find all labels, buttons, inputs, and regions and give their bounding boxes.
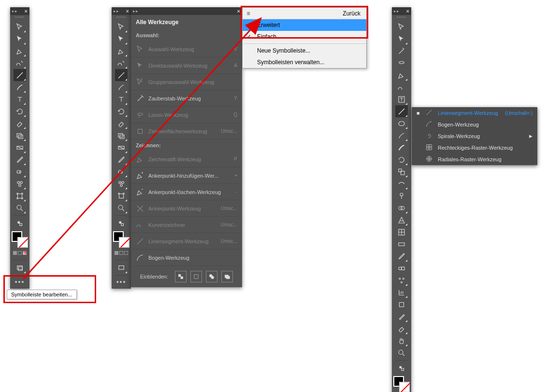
tool-row-zeichenflaeche[interactable]: ZeichenflächenwerkzeugUmsc... — [131, 123, 242, 140]
panel-header[interactable]: ▸▸× — [112, 7, 131, 15]
line-tool[interactable] — [14, 69, 26, 81]
panel-header[interactable]: ▸▸× — [131, 7, 242, 15]
fill-stroke-swatch[interactable] — [12, 231, 28, 248]
panel-header[interactable]: ▸▸× — [392, 7, 411, 15]
symbol-tool[interactable] — [395, 274, 408, 286]
menu-item-symbolleisten-verwalten[interactable]: Symbolleisten verwalten... — [243, 56, 366, 68]
direct-select-tool[interactable] — [14, 33, 26, 45]
flyout-item-spirale[interactable]: Spirale-Werkzeug▶ — [412, 130, 537, 142]
fill-stroke-toggle[interactable] — [395, 362, 408, 374]
slice-tool[interactable] — [395, 310, 408, 322]
scale-tool[interactable] — [395, 166, 408, 178]
tool-row-zauberstab[interactable]: Zauberstab-WerkzeugY — [131, 90, 242, 107]
tool-row-zeichenstift[interactable]: Zeichenstift-WerkzeugP — [131, 151, 242, 168]
show-btn-2[interactable] — [190, 271, 202, 282]
rotate-tool[interactable] — [395, 154, 408, 166]
panel-grip[interactable] — [392, 15, 411, 19]
line-tool[interactable] — [395, 105, 408, 117]
blend-tool[interactable] — [115, 166, 128, 178]
rotate-tool[interactable] — [14, 105, 26, 117]
direct-select-tool[interactable] — [395, 33, 408, 45]
panel-header[interactable]: ▸▸× — [10, 7, 29, 15]
curvature-tool[interactable] — [115, 57, 128, 69]
close-icon[interactable]: × — [126, 8, 129, 14]
blend-tool[interactable] — [395, 262, 408, 274]
menu-back-label[interactable]: Zurück — [343, 10, 366, 17]
wand-tool[interactable] — [395, 45, 408, 57]
brush-tool[interactable] — [14, 81, 26, 93]
shape-tool[interactable] — [115, 129, 128, 141]
close-icon[interactable]: × — [25, 8, 28, 14]
show-btn-1[interactable] — [175, 271, 187, 282]
type-tool[interactable] — [115, 93, 128, 105]
tool-row-linie[interactable]: Liniensegment-WerkzeugUmsc... — [131, 233, 242, 250]
flyout-item-bogen[interactable]: Bogen-Werkzeug — [412, 119, 537, 130]
reshape-tool[interactable] — [395, 178, 408, 190]
tool-row-gruppenauswahl[interactable]: Gruppenauswahl-Werkzeug — [131, 74, 242, 90]
graph-tool[interactable] — [395, 286, 408, 298]
fill-stroke-toggle[interactable] — [14, 217, 26, 229]
menu-item-neue-symbolleiste[interactable]: Neue Symbolleiste... — [243, 45, 366, 56]
selection-tool[interactable] — [395, 21, 408, 33]
brush-tool[interactable] — [115, 81, 128, 93]
menu-item-erweitert[interactable]: ⌃ Erweitert — [243, 19, 366, 31]
toolbar-options-menu[interactable]: ≡ Zurück ⌃ Erweitert ✓ Einfach Neue Symb… — [242, 7, 367, 69]
tool-row-anker-del[interactable]: Ankerpunkt-löschen-Werkzeug- — [131, 184, 242, 200]
fill-stroke-toggle[interactable] — [115, 217, 128, 229]
screen-mode-tool[interactable] — [14, 262, 26, 274]
tool-row-anker[interactable]: Ankerpunkt-WerkzeugUmsc... — [131, 200, 242, 217]
close-icon[interactable]: × — [406, 8, 409, 14]
show-btn-4[interactable] — [221, 271, 233, 282]
line-tool[interactable] — [115, 69, 128, 81]
symbol-tool[interactable] — [14, 178, 26, 190]
fill-stroke-swatch[interactable] — [113, 231, 130, 248]
type-tool[interactable] — [395, 93, 408, 105]
zoom-tool[interactable] — [14, 202, 26, 214]
menu-item-einfach[interactable]: ✓ Einfach — [243, 31, 366, 42]
gradient-tool[interactable] — [395, 238, 408, 250]
shape-builder-tool[interactable] — [395, 202, 408, 214]
eyedropper-tool[interactable] — [115, 154, 128, 166]
eyedropper-tool[interactable] — [395, 250, 408, 262]
hand-tool[interactable] — [395, 335, 408, 347]
pen-tool[interactable] — [14, 45, 26, 57]
panel-grip[interactable] — [112, 15, 131, 19]
zoom-tool[interactable] — [395, 347, 408, 359]
tool-list-draw[interactable]: Zeichenstift-WerkzeugP Ankerpunkt-hinzuf… — [131, 151, 242, 266]
pen-tool[interactable] — [115, 45, 128, 57]
tool-row-lasso[interactable]: Lasso-WerkzeugQ — [131, 107, 242, 123]
eraser-tool[interactable] — [395, 322, 408, 335]
color-mode-row[interactable] — [114, 250, 129, 256]
flyout-item-linie[interactable]: ■Liniensegment-Werkzeug(Umschalt+:) — [412, 107, 537, 119]
mesh-tool[interactable] — [395, 226, 408, 238]
pin-tool[interactable] — [395, 190, 408, 202]
tool-row-kurven[interactable]: KurvenzeichnerUmsc... — [131, 217, 242, 233]
blend-tool[interactable] — [14, 166, 26, 178]
pen-tool[interactable] — [395, 69, 408, 81]
ellipse-tool[interactable] — [395, 117, 408, 129]
gradient-tool[interactable] — [14, 141, 26, 154]
curvature-tool[interactable] — [14, 57, 26, 69]
tool-list[interactable]: Auswahl-WerkzeugV Direktauswahl-Werkzeug… — [131, 41, 242, 140]
eraser-tool[interactable] — [115, 117, 128, 129]
zoom-tool[interactable] — [115, 202, 128, 214]
screen-mode-tool[interactable] — [115, 262, 128, 274]
symbol-tool[interactable] — [115, 178, 128, 190]
selection-tool[interactable] — [115, 21, 128, 33]
panel-grip[interactable] — [10, 15, 29, 19]
lasso-tool[interactable] — [395, 57, 408, 69]
color-mode-row[interactable] — [13, 250, 27, 256]
tool-row-bogen[interactable]: Bogen-Werkzeug — [131, 250, 242, 266]
artboard-tool[interactable] — [115, 190, 128, 202]
eyedropper-tool[interactable] — [14, 154, 26, 166]
edit-toolbar-button[interactable]: ••• — [115, 277, 128, 287]
tool-row-auswahl[interactable]: Auswahl-WerkzeugV — [131, 41, 242, 57]
flyout-item-radial-raster[interactable]: Radiales-Raster-Werkzeug — [412, 154, 537, 165]
blob-brush-tool[interactable] — [395, 141, 408, 154]
type-tool[interactable] — [14, 93, 26, 105]
tool-row-anker-add[interactable]: Ankerpunkt-hinzufügen-Wer...+ — [131, 168, 242, 184]
eraser-tool[interactable] — [14, 117, 26, 129]
edit-toolbar-button[interactable]: ••• — [14, 277, 26, 287]
flyout-item-rechteck-raster[interactable]: Rechteckiges-Raster-Werkzeug — [412, 142, 537, 154]
line-tool-flyout[interactable]: ■Liniensegment-Werkzeug(Umschalt+:) Boge… — [412, 107, 537, 165]
